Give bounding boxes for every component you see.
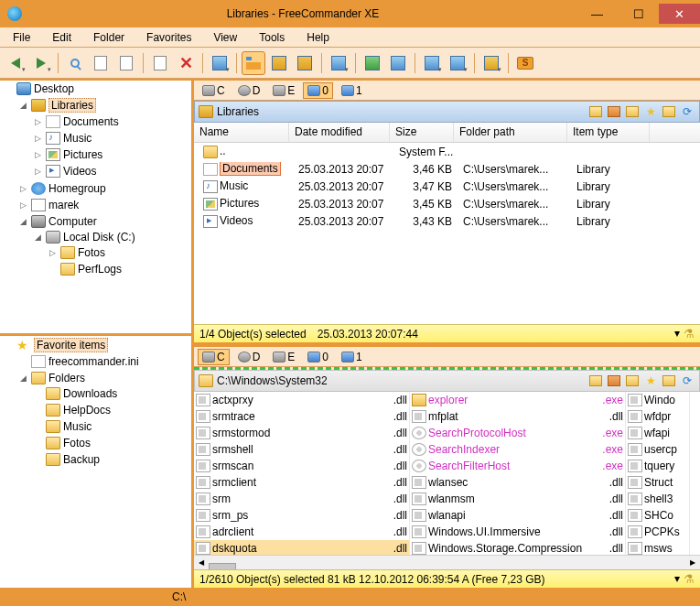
menu-view[interactable]: View <box>206 29 244 46</box>
move-button[interactable] <box>148 51 172 75</box>
file-row[interactable]: srm_ps.dll <box>194 507 409 524</box>
file-row-up[interactable]: .. System F... <box>194 143 700 160</box>
tree-music[interactable]: Music <box>63 132 92 145</box>
file-row[interactable]: Windows.Storage.Compression.dll <box>410 540 625 555</box>
close-button[interactable]: ✕ <box>659 4 700 24</box>
menu-tools[interactable]: Tools <box>252 29 292 46</box>
horizontal-scrollbar[interactable]: ◀ ▶ <box>194 555 700 569</box>
col-type[interactable]: Item type <box>567 123 650 142</box>
menu-favorites[interactable]: Favorites <box>139 29 199 46</box>
file-row[interactable]: Windows.UI.Immersive.dll <box>410 524 625 540</box>
col-size[interactable]: Size <box>390 123 454 142</box>
file-row[interactable]: adrclient.dll <box>194 524 409 540</box>
file-row[interactable]: wlanapi.dll <box>410 507 625 524</box>
tree-folders[interactable]: Folders <box>48 372 85 384</box>
path-refresh-button-bot[interactable]: ⟳ <box>679 373 695 389</box>
drive-cd-top[interactable]: D <box>233 82 265 99</box>
file-row[interactable]: wfapi <box>626 425 689 441</box>
tree-documents[interactable]: Documents <box>63 115 119 128</box>
menu-folder[interactable]: Folder <box>86 29 132 46</box>
file-row[interactable]: mfplat.dll <box>410 408 625 425</box>
tree-ini[interactable]: freecommander.ini <box>48 355 139 368</box>
tree-favorites[interactable]: Favorite items <box>34 338 108 352</box>
file-row[interactable]: actxprxy.dll <box>194 392 409 408</box>
path-bar-top[interactable]: Libraries ★ ⟳ <box>194 101 700 123</box>
file-row[interactable]: tquery <box>626 458 689 474</box>
file-row[interactable]: Pictures25.03.2013 20:073,45 KBC:\Users\… <box>194 195 700 212</box>
filter-icon[interactable]: ⚗ <box>684 327 695 341</box>
path-newfolder-button[interactable] <box>606 103 622 120</box>
file-row[interactable]: msws <box>626 540 689 555</box>
net-1-top[interactable]: 1 <box>337 82 367 99</box>
scroll-left-button[interactable]: ◀ <box>194 557 209 569</box>
menu-edit[interactable]: Edit <box>45 29 79 46</box>
maximize-button[interactable]: ☐ <box>618 4 659 24</box>
file-list-top[interactable]: .. System F... Documents25.03.2013 20:07… <box>194 143 700 324</box>
tree-fotos[interactable]: Fotos <box>78 246 105 259</box>
file-row[interactable]: Documents25.03.2013 20:073,46 KBC:\Users… <box>194 160 700 178</box>
tree-helpdocs[interactable]: HelpDocs <box>63 404 111 417</box>
file-row[interactable]: wfdpr <box>626 408 689 425</box>
path-folder-button-bot[interactable] <box>587 373 604 389</box>
tree-perflogs[interactable]: PerfLogs <box>78 263 122 276</box>
view-tree-button[interactable] <box>242 51 265 75</box>
tools-button[interactable] <box>446 51 469 75</box>
scroll-thumb[interactable] <box>209 563 236 570</box>
view-list-button[interactable] <box>267 51 291 75</box>
drive-e-top[interactable]: E <box>268 82 299 99</box>
file-row[interactable]: PCPKs <box>626 524 689 540</box>
net-0-bot[interactable]: 0 <box>303 349 333 365</box>
edit-button[interactable] <box>89 51 113 75</box>
split-button[interactable] <box>327 51 350 75</box>
folder-tree-top[interactable]: Desktop ◢Libraries ▷Documents ▷Music ▷Pi… <box>0 81 191 336</box>
path-bar-bottom[interactable]: C:\Windows\System32 ★ ⟳ <box>194 370 700 392</box>
path-folder-button[interactable] <box>587 103 604 120</box>
path-copy-button-bot[interactable] <box>661 373 677 389</box>
view-details-button[interactable] <box>293 51 317 75</box>
file-row[interactable]: srm.dll <box>194 491 409 507</box>
tree-pictures[interactable]: Pictures <box>63 148 102 161</box>
file-row[interactable]: explorer.exe <box>410 392 625 408</box>
back-button[interactable] <box>4 51 27 75</box>
net-0-top[interactable]: 0 <box>303 82 333 99</box>
drive-e-bot[interactable]: E <box>268 349 299 365</box>
tree-videos[interactable]: Videos <box>63 165 96 178</box>
properties-button[interactable] <box>208 51 232 75</box>
tree-downloads[interactable]: Downloads <box>63 387 117 400</box>
file-row[interactable]: srmtrace.dll <box>194 408 409 425</box>
copy-button[interactable] <box>114 51 138 75</box>
path-newfolder-button-bot[interactable] <box>606 373 622 389</box>
file-row[interactable]: shell3 <box>626 491 689 507</box>
path-copy-button[interactable] <box>661 103 677 120</box>
status-dropdown-icon[interactable]: ▾ <box>674 572 680 586</box>
tree-homegroup[interactable]: Homegroup <box>48 182 106 195</box>
file-row[interactable]: Videos25.03.2013 20:073,43 KBC:\Users\ma… <box>194 212 700 230</box>
path-favorite-button[interactable]: ★ <box>642 103 659 120</box>
refresh-button[interactable] <box>361 51 384 75</box>
status-dropdown-icon[interactable]: ▾ <box>674 327 680 341</box>
menu-help[interactable]: Help <box>299 29 337 46</box>
net-1-bot[interactable]: 1 <box>337 349 367 365</box>
file-row[interactable]: usercp <box>626 441 689 458</box>
view-button[interactable] <box>63 51 87 75</box>
tree-backup[interactable]: Backup <box>63 453 100 466</box>
file-row[interactable]: srmshell.dll <box>194 441 409 458</box>
file-row[interactable]: wlanmsm.dll <box>410 491 625 507</box>
tree-desktop[interactable]: Desktop <box>34 82 74 95</box>
col-name[interactable]: Name <box>194 123 289 142</box>
file-row[interactable]: wlansec.dll <box>410 474 625 491</box>
forward-button[interactable] <box>29 51 53 75</box>
filter-icon[interactable]: ⚗ <box>684 572 695 586</box>
file-row[interactable]: SearchIndexer.exe <box>410 441 625 458</box>
search-button[interactable] <box>420 51 444 75</box>
file-row[interactable]: srmstormod.dll <box>194 425 409 441</box>
scroll-right-button[interactable]: ▶ <box>685 557 700 569</box>
tree-libraries[interactable]: Libraries <box>48 98 96 113</box>
favorites-tree[interactable]: ★Favorite items freecommander.ini ◢Folde… <box>0 336 191 589</box>
col-path[interactable]: Folder path <box>454 123 567 142</box>
drive-c-bot[interactable]: C <box>198 349 230 365</box>
path-refresh-button[interactable]: ⟳ <box>679 103 695 120</box>
tree-fotos-fav[interactable]: Fotos <box>63 437 91 449</box>
settings-button[interactable] <box>479 51 503 75</box>
tree-music-fav[interactable]: Music <box>63 420 92 433</box>
